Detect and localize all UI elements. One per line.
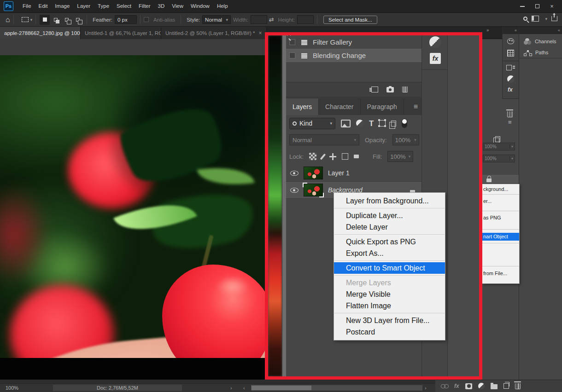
delete-state-icon[interactable] bbox=[402, 86, 408, 92]
new-layer-icon[interactable] bbox=[503, 383, 509, 389]
blend-mode-select[interactable]: Normal ▾ bbox=[289, 134, 359, 145]
history-state-row[interactable]: Blending Change bbox=[286, 49, 422, 62]
panel-expand-icon[interactable]: » bbox=[486, 28, 488, 33]
lock-pixels-icon[interactable] bbox=[320, 153, 326, 160]
layer-name[interactable]: Layer 1 bbox=[328, 169, 350, 177]
context-menu-item[interactable]: Merge Visible bbox=[334, 288, 445, 300]
context-menu-item[interactable]: Merge Layers bbox=[334, 277, 445, 288]
scroll-right-icon[interactable]: › bbox=[425, 385, 427, 391]
context-menu-item[interactable]: Delete Layer bbox=[334, 221, 445, 233]
collapse-panels-icon[interactable]: « bbox=[503, 27, 519, 34]
new-snapshot-icon[interactable] bbox=[386, 87, 394, 92]
filter-toggle-icon[interactable] bbox=[402, 119, 407, 128]
vertical-scrollbar[interactable] bbox=[282, 35, 286, 376]
menu-item[interactable]: Layer bbox=[73, 0, 94, 12]
document-tab[interactable]: Untitled-2 @ 50% (Layer 1, RGB/8#) * × bbox=[161, 27, 267, 39]
tab-paragraph[interactable]: Paragraph bbox=[361, 98, 404, 115]
subtract-selection-button[interactable] bbox=[62, 15, 72, 25]
collapse-panels-icon[interactable]: « bbox=[519, 27, 562, 34]
scrollbar-thumb[interactable] bbox=[252, 386, 311, 390]
fill-select[interactable]: 100% ▾ bbox=[483, 155, 515, 162]
paths-panel-button[interactable]: Paths bbox=[519, 47, 562, 58]
close-button[interactable]: × bbox=[544, 0, 559, 12]
maximize-button[interactable] bbox=[530, 0, 544, 12]
menu-item[interactable]: 3D bbox=[154, 0, 169, 12]
libraries-panel-icon[interactable] bbox=[506, 65, 512, 70]
context-menu-item[interactable]: as PNG bbox=[483, 215, 501, 220]
document-tab[interactable]: Untitled-1 @ 66,7% (Layer 1, RGB/8#) * × bbox=[81, 27, 161, 39]
trash-icon[interactable] bbox=[507, 111, 513, 117]
new-document-from-state-icon[interactable] bbox=[371, 86, 378, 92]
marquee-tool-icon[interactable] bbox=[22, 17, 29, 22]
intersect-selection-button[interactable] bbox=[73, 15, 83, 25]
panel-menu-icon[interactable]: ≡ bbox=[508, 119, 512, 126]
lock-transparency-icon[interactable] bbox=[309, 153, 316, 160]
document-size-info[interactable]: Doc: 2,76M/5,52M bbox=[53, 385, 182, 391]
panel-menu-icon[interactable]: ≡ bbox=[414, 103, 418, 111]
context-menu-item[interactable]: Flatten Image bbox=[334, 300, 445, 311]
lock-artboard-icon[interactable] bbox=[342, 153, 348, 160]
context-menu-item[interactable]: Quick Export as PNG bbox=[334, 236, 445, 248]
context-menu-item[interactable]: New 3D Layer from File... bbox=[334, 315, 445, 326]
opacity-select[interactable]: 100% ▾ bbox=[392, 134, 419, 145]
style-select[interactable]: Normal ▾ bbox=[202, 15, 231, 24]
add-mask-icon[interactable] bbox=[465, 383, 472, 389]
opacity-select[interactable]: 100% ▾ bbox=[483, 143, 515, 150]
channels-panel-button[interactable]: Channels bbox=[519, 36, 562, 47]
status-arrow-icon[interactable]: › bbox=[230, 385, 232, 391]
history-state-row[interactable]: Filter Gallery bbox=[286, 35, 422, 49]
feather-input[interactable] bbox=[115, 15, 137, 24]
chevron-down-icon[interactable]: ▾ bbox=[30, 17, 33, 22]
lock-all-icon[interactable] bbox=[354, 155, 359, 158]
menu-item[interactable]: Filter bbox=[135, 0, 154, 12]
pixel-layer-filter-icon[interactable] bbox=[341, 120, 351, 127]
add-to-selection-button[interactable] bbox=[51, 15, 61, 25]
smart-object-filter-icon[interactable] bbox=[391, 121, 396, 127]
menu-item[interactable]: Type bbox=[94, 0, 113, 12]
canvas-image[interactable] bbox=[0, 55, 286, 358]
swap-dimensions-icon[interactable]: ⇄ bbox=[269, 16, 274, 23]
menu-item[interactable]: View bbox=[168, 0, 187, 12]
styles-panel-icon[interactable]: fx bbox=[508, 86, 513, 93]
shape-layer-filter-icon[interactable] bbox=[379, 120, 386, 127]
adjustment-layer-icon[interactable] bbox=[478, 383, 485, 389]
color-panel-icon[interactable] bbox=[507, 38, 514, 44]
link-layers-icon[interactable] bbox=[441, 384, 448, 388]
zoom-level[interactable]: 100% bbox=[6, 385, 18, 391]
menu-item[interactable]: Edit bbox=[35, 0, 52, 12]
adjustment-layer-filter-icon[interactable] bbox=[356, 120, 363, 127]
antialias-checkbox[interactable] bbox=[144, 17, 149, 22]
visibility-eye-icon[interactable] bbox=[290, 171, 299, 176]
horizontal-scrollbar[interactable] bbox=[251, 385, 422, 391]
search-icon[interactable] bbox=[523, 17, 527, 21]
height-input[interactable] bbox=[297, 15, 314, 24]
delete-layer-icon[interactable] bbox=[515, 383, 521, 389]
tab-character[interactable]: Character bbox=[319, 98, 360, 115]
status-arrow-icon[interactable]: ‹ bbox=[243, 385, 245, 391]
new-selection-button[interactable] bbox=[40, 15, 50, 25]
chevron-down-icon[interactable]: ▾ bbox=[545, 17, 547, 21]
menu-item[interactable]: Select bbox=[113, 0, 135, 12]
context-menu-item[interactable]: Duplicate Layer... bbox=[334, 210, 445, 221]
share-icon[interactable] bbox=[551, 16, 557, 21]
minimize-button[interactable] bbox=[515, 0, 530, 12]
tab-layers[interactable]: Layers bbox=[286, 98, 319, 115]
fill-select[interactable]: 100% ▾ bbox=[387, 151, 413, 162]
context-menu-item[interactable]: ckground... bbox=[483, 186, 508, 192]
context-menu-item[interactable]: Layer from Background... bbox=[334, 195, 445, 207]
adjustments-panel-icon[interactable] bbox=[507, 75, 515, 83]
menu-item[interactable]: Window bbox=[187, 0, 213, 12]
history-source-checkbox[interactable] bbox=[289, 52, 295, 58]
menu-item[interactable]: Image bbox=[51, 0, 73, 12]
layer-thumbnail[interactable] bbox=[304, 167, 323, 179]
styles-panel-icon[interactable]: fx bbox=[430, 53, 441, 64]
visibility-eye-icon[interactable] bbox=[290, 188, 299, 193]
context-menu-item[interactable]: er... bbox=[483, 198, 492, 204]
new-group-icon[interactable] bbox=[491, 384, 498, 389]
menu-item[interactable]: Help bbox=[213, 0, 232, 12]
layer-effects-icon[interactable]: fx bbox=[454, 383, 459, 389]
menu-item[interactable]: File bbox=[19, 0, 35, 12]
tab-close-icon[interactable]: × bbox=[258, 30, 262, 36]
adjustments-panel-icon[interactable] bbox=[429, 36, 441, 48]
smart-object-filter-icon[interactable] bbox=[495, 136, 500, 142]
